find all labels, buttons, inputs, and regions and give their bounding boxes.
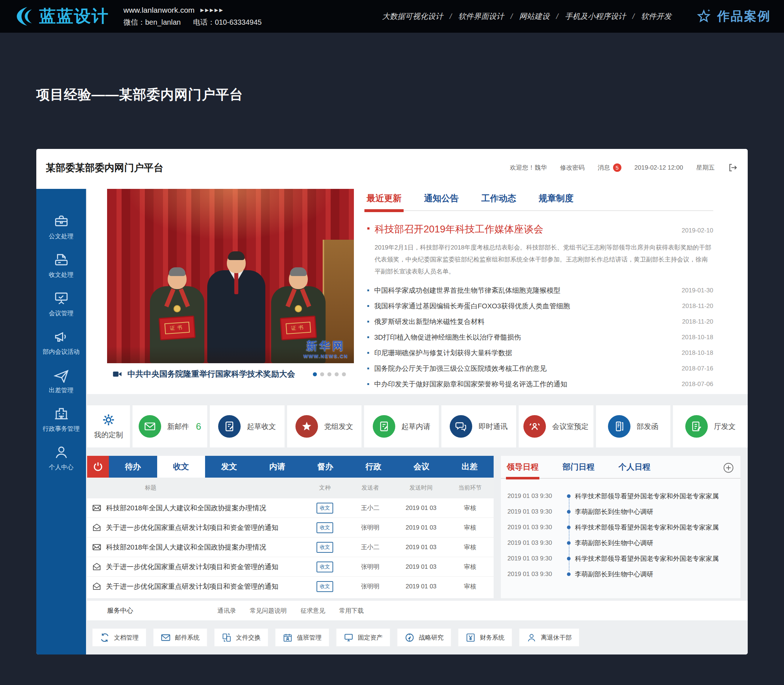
change-password-link[interactable]: 修改密码 xyxy=(560,164,585,172)
link-feedback[interactable]: 征求意见 xyxy=(301,607,325,615)
app-document-management[interactable]: 文档管理 xyxy=(92,628,146,646)
news-list-item[interactable]: 国务院办公厅关于加强三级公立医院绩效考核工作的意见 2018-07-16 xyxy=(367,361,713,376)
news-list-item[interactable]: 俄罗斯研发出新型纳米磁性复合材料 2018-11-20 xyxy=(367,314,713,330)
sidebar-item-admin-affairs[interactable]: 行政事务管理 xyxy=(36,400,86,439)
power-icon[interactable] xyxy=(87,456,109,477)
featured-article[interactable]: 科技部召开2019年科技工作媒体座谈会 2019-02-10 xyxy=(367,222,713,236)
sidebar-item-internal-meetings[interactable]: 部内会议活动 xyxy=(36,323,86,362)
tab-supervision[interactable]: 督办 xyxy=(301,456,350,477)
carousel-dot[interactable] xyxy=(327,372,331,376)
tab-notices[interactable]: 通知公告 xyxy=(424,193,459,210)
app-file-exchange[interactable]: 文件交换 xyxy=(214,628,268,646)
carousel-dot[interactable] xyxy=(335,372,339,376)
sidebar-item-incoming-docs[interactable]: 收文处理 xyxy=(36,246,86,285)
news-title[interactable]: 3D打印植入物促进神经细胞生长以治疗脊髓损伤 xyxy=(374,333,674,342)
schedule-item[interactable]: 2019 01 03 9:30 李萌副部长到生物中心调研 xyxy=(507,566,737,582)
messages-link[interactable]: 消息 5 xyxy=(598,164,621,172)
carousel-dot[interactable] xyxy=(320,372,324,376)
row-title[interactable]: 关于进一步优化国家重点研发计划项目和资金管理的通知 xyxy=(106,562,279,572)
row-title[interactable]: 科技部2018年全国人大建议和全国政协提案办理情况 xyxy=(106,503,266,513)
nav-item-dataviz[interactable]: 大数据可视化设计 xyxy=(382,11,443,21)
nav-item-software-ui[interactable]: 软件界面设计 xyxy=(458,11,504,21)
office-doc-button[interactable]: 厅发文 xyxy=(673,405,748,448)
nav-item-mobile[interactable]: 手机及小程序设计 xyxy=(565,11,626,21)
carousel-caption[interactable]: 中共中央国务院隆重举行国家科学技术奖励大会 xyxy=(127,368,313,380)
doc-type-badge[interactable]: 收文 xyxy=(316,522,333,533)
nav-item-dev[interactable]: 软件开发 xyxy=(641,11,672,21)
schedule-item[interactable]: 2019 01 03 9:30 科学技术部领导看望外国老专家和外国老专家家属 xyxy=(507,550,737,566)
news-list-item[interactable]: 中国科学家成功创建世界首批生物节律紊乱体细胞克隆猴模型 2019-01-30 xyxy=(367,282,713,298)
link-contacts[interactable]: 通讯录 xyxy=(217,607,236,615)
tab-work-news[interactable]: 工作动态 xyxy=(481,193,516,210)
news-list-item[interactable]: 我国科学家通过基因编辑长寿蛋白FOXO3获得优质人类血管细胞 2018-11-2… xyxy=(367,298,713,314)
schedule-item[interactable]: 2019 01 03 9:30 科学技术部领导看望外国老专家和外国老专家家属 xyxy=(507,519,737,535)
tab-regulations[interactable]: 规章制度 xyxy=(539,193,573,210)
tab-leader-schedule[interactable]: 领导日程 xyxy=(507,462,539,478)
schedule-item[interactable]: 2019 01 03 9:30 科学技术部领导看望外国老专家和外国老专家家属 xyxy=(507,488,737,504)
schedule-text[interactable]: 科学技术部领导看望外国老专家和外国老专家家属 xyxy=(575,492,719,500)
table-row[interactable]: 科技部2018年全国人大建议和全国政协提案办理情况 收文 王小二 2019 01… xyxy=(87,537,494,557)
row-title[interactable]: 关于进一步优化国家重点研发计划项目和资金管理的通知 xyxy=(106,582,279,591)
news-title[interactable]: 国务院办公厅关于加强三级公立医院绩效考核工作的意见 xyxy=(374,364,674,373)
service-center-label[interactable]: 服务中心 xyxy=(107,606,133,615)
tab-admin[interactable]: 行政 xyxy=(350,456,398,477)
news-title[interactable]: 印尼珊瑚礁保护与修复计划获得大量科学数据 xyxy=(374,348,674,358)
app-finance-system[interactable]: 财务系统 xyxy=(458,628,512,646)
schedule-text[interactable]: 科学技术部领导看望外国老专家和外国老专家家属 xyxy=(575,523,719,532)
ministry-letter-button[interactable]: 部发函 xyxy=(596,405,671,448)
tab-outgoing[interactable]: 发文 xyxy=(205,456,253,477)
doc-type-badge[interactable]: 收文 xyxy=(316,581,333,592)
sidebar-item-document-processing[interactable]: 公文处理 xyxy=(36,208,86,246)
meeting-room-booking-button[interactable]: 会议室预定 xyxy=(519,405,593,448)
instant-message-button[interactable]: 即时通讯 xyxy=(441,405,516,448)
row-title[interactable]: 科技部2018年全国人大建议和全国政协提案办理情况 xyxy=(106,543,266,552)
app-duty-management[interactable]: 值班管理 xyxy=(275,628,329,646)
tab-internal-request[interactable]: 内请 xyxy=(253,456,301,477)
link-downloads[interactable]: 常用下载 xyxy=(339,607,364,615)
website-link[interactable]: www.lanlanwork.com xyxy=(123,6,194,15)
add-schedule-icon[interactable] xyxy=(723,463,734,473)
row-title[interactable]: 关于进一步优化国家重点研发计划项目和资金管理的通知 xyxy=(106,523,279,532)
carousel-dot[interactable] xyxy=(313,372,317,376)
table-row[interactable]: 关于进一步优化国家重点研发计划项目和资金管理的通知 收文 张明明 2019 01… xyxy=(87,576,494,596)
schedule-text[interactable]: 李萌副部长到生物中心调研 xyxy=(575,570,653,579)
table-row[interactable]: 科技部2018年全国人大建议和全国政协提案办理情况 收文 王小二 2019 01… xyxy=(87,498,494,518)
table-row[interactable]: 关于进一步优化国家重点研发计划项目和资金管理的通知 收文 张明明 2019 01… xyxy=(87,557,494,576)
schedule-text[interactable]: 李萌副部长到生物中心调研 xyxy=(575,507,653,516)
draft-incoming-button[interactable]: 起草收文 xyxy=(210,405,285,448)
doc-type-badge[interactable]: 收文 xyxy=(316,503,333,514)
app-mail-system[interactable]: 邮件系统 xyxy=(153,628,207,646)
draft-internal-button[interactable]: 起草内请 xyxy=(364,405,439,448)
app-fixed-assets[interactable]: 固定资产 xyxy=(336,628,390,646)
tab-travel[interactable]: 出差 xyxy=(446,456,494,477)
news-title[interactable]: 俄罗斯研发出新型纳米磁性复合材料 xyxy=(374,317,675,326)
featured-title[interactable]: 科技部召开2019年科技工作媒体座谈会 xyxy=(374,222,674,236)
carousel-dot[interactable] xyxy=(342,372,346,376)
hero-photo[interactable]: 证书 证书 新华网 xyxy=(107,189,354,363)
tab-incoming[interactable]: 收文 xyxy=(157,456,206,477)
schedule-item[interactable]: 2019 01 03 9:30 李萌副部长到生物中心调研 xyxy=(507,504,737,519)
news-list-item[interactable]: 中办印发关于做好国家勋章和国家荣誉称号提名评选工作的通知 2018-07-06 xyxy=(367,376,713,392)
tab-recent-updates[interactable]: 最近更新 xyxy=(367,193,402,210)
news-list-item[interactable]: 印尼珊瑚礁保护与修复计划获得大量科学数据 2018-10-18 xyxy=(367,345,713,361)
sidebar-item-meeting-management[interactable]: 会议管理 xyxy=(36,285,86,323)
sidebar-item-business-travel[interactable]: 出差管理 xyxy=(36,362,86,400)
tab-todo[interactable]: 待办 xyxy=(109,456,157,477)
tab-personal-schedule[interactable]: 个人日程 xyxy=(619,462,650,478)
schedule-text[interactable]: 科学技术部领导看望外国老专家和外国老专家家属 xyxy=(575,554,719,563)
new-mail-button[interactable]: 新邮件 6 xyxy=(133,405,207,448)
tab-department-schedule[interactable]: 部门日程 xyxy=(562,462,594,478)
schedule-item[interactable]: 2019 01 03 9:30 李萌副部长到生物中心调研 xyxy=(507,535,737,550)
news-list-item[interactable]: 3D打印植入物促进神经细胞生长以治疗脊髓损伤 2018-10-18 xyxy=(367,330,713,345)
link-faq[interactable]: 常见问题说明 xyxy=(250,607,287,615)
app-strategy-research[interactable]: 战略研究 xyxy=(397,628,451,646)
portfolio-button[interactable]: 作品案例 xyxy=(695,8,771,25)
doc-type-badge[interactable]: 收文 xyxy=(316,562,333,572)
nav-item-website[interactable]: 网站建设 xyxy=(519,11,549,21)
tab-meeting[interactable]: 会议 xyxy=(397,456,446,477)
news-title[interactable]: 中办印发关于做好国家勋章和国家荣誉称号提名评选工作的通知 xyxy=(374,380,674,389)
doc-type-badge[interactable]: 收文 xyxy=(316,542,333,553)
news-title[interactable]: 中国科学家成功创建世界首批生物节律紊乱体细胞克隆猴模型 xyxy=(374,286,674,295)
sidebar-item-personal-center[interactable]: 个人中心 xyxy=(36,439,86,477)
app-retired-cadres[interactable]: 离退休干部 xyxy=(519,628,579,646)
